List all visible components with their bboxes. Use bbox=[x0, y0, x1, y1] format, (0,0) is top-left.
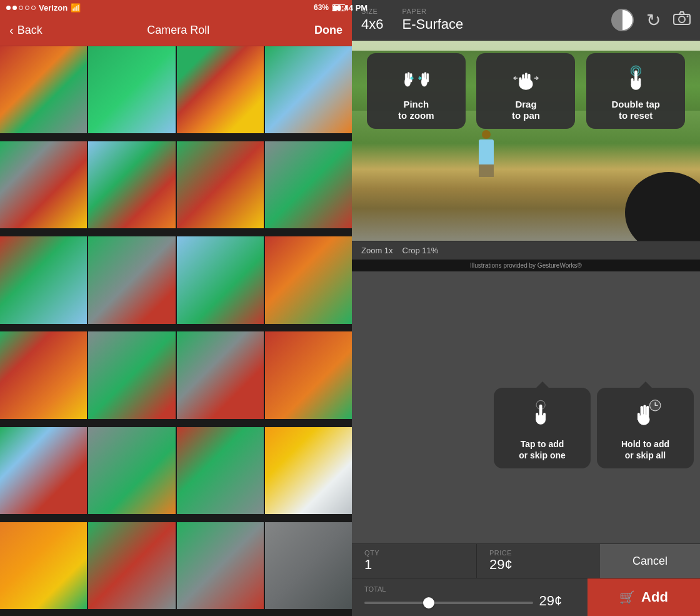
crop-text: Crop 11% bbox=[402, 246, 439, 255]
price-label: PRICE bbox=[489, 549, 588, 557]
zoom-text: Zoom 1x bbox=[361, 246, 393, 255]
person-legs bbox=[479, 164, 494, 177]
signal-dot-2 bbox=[12, 6, 17, 10]
total-label: TOTAL bbox=[364, 585, 575, 593]
paper-label: PAPER bbox=[402, 8, 463, 15]
gesture-doubletap-label: Double tap to reset bbox=[611, 99, 660, 121]
photo-cell[interactable] bbox=[88, 236, 175, 323]
gesture-bubble-doubletap: Double tap to reset bbox=[586, 53, 685, 129]
right-toolbar: SIZE 4x6 PAPER E-Surface ↻ bbox=[352, 0, 700, 41]
photo-cell[interactable] bbox=[177, 236, 264, 323]
zoom-crop-bar: Zoom 1x Crop 11% bbox=[352, 241, 700, 260]
svg-rect-14 bbox=[528, 74, 531, 85]
svg-rect-26 bbox=[543, 413, 546, 421]
photo-cell[interactable] bbox=[88, 331, 175, 418]
carrier-label: Verizon bbox=[39, 3, 68, 13]
photo-cell[interactable] bbox=[265, 331, 352, 418]
photo-cell[interactable] bbox=[265, 141, 352, 228]
wifi-icon: 📶 bbox=[71, 3, 81, 13]
battery-icon bbox=[332, 4, 346, 11]
paper-value: E-Surface bbox=[402, 16, 463, 33]
gesture-tooltips-container: Pinch to zoom bbox=[352, 41, 700, 141]
photo-cell[interactable] bbox=[0, 46, 87, 133]
total-add-row: TOTAL 29¢ 🛒 Add bbox=[352, 578, 700, 616]
action-hold-label: Hold to add or skip all bbox=[621, 438, 669, 461]
add-button[interactable]: 🛒 Add bbox=[588, 578, 700, 616]
drag-icon bbox=[507, 63, 544, 94]
signal-group: Verizon 📶 bbox=[6, 3, 81, 13]
camera-icon[interactable] bbox=[673, 11, 691, 29]
svg-rect-15 bbox=[519, 77, 521, 85]
back-label: Back bbox=[18, 24, 42, 37]
total-price-value: 29¢ bbox=[539, 593, 562, 609]
photo-cell[interactable] bbox=[265, 46, 352, 133]
price-section: PRICE 29¢ bbox=[477, 544, 600, 578]
add-button-label: Add bbox=[641, 589, 668, 605]
qty-label: QTY bbox=[364, 549, 464, 557]
left-panel: Verizon 📶 10:44 PM 63% ‹ Back Camera Rol… bbox=[0, 0, 352, 616]
svg-rect-32 bbox=[638, 413, 640, 421]
photo-cell[interactable] bbox=[177, 522, 264, 609]
right-panel: SIZE 4x6 PAPER E-Surface ↻ bbox=[352, 0, 700, 616]
doubletap-icon bbox=[617, 63, 654, 94]
svg-rect-4 bbox=[406, 73, 408, 82]
attribution-text: Illustrations provided by GestureWorks® bbox=[470, 262, 582, 269]
signal-dot-3 bbox=[19, 6, 23, 10]
photo-cell[interactable] bbox=[0, 236, 87, 323]
toolbar-icons: ↻ bbox=[611, 9, 691, 31]
svg-rect-8 bbox=[422, 73, 424, 82]
photo-cell[interactable] bbox=[265, 236, 352, 323]
svg-rect-9 bbox=[424, 73, 426, 83]
signal-dots bbox=[6, 6, 36, 10]
svg-rect-10 bbox=[427, 73, 429, 82]
back-button[interactable]: ‹ Back bbox=[9, 23, 42, 38]
svg-point-1 bbox=[679, 16, 685, 23]
status-bar: Verizon 📶 10:44 PM 63% bbox=[0, 0, 352, 15]
svg-rect-25 bbox=[536, 413, 538, 421]
total-section: TOTAL 29¢ bbox=[352, 578, 588, 616]
qty-price-row: QTY 1 PRICE 29¢ Cancel bbox=[352, 544, 700, 578]
total-slider[interactable] bbox=[364, 602, 533, 604]
photo-cell[interactable] bbox=[177, 331, 264, 418]
qty-value: 1 bbox=[364, 557, 464, 573]
photo-cell[interactable] bbox=[0, 427, 87, 514]
action-bubbles-container: Tap to add or skip one bbox=[352, 388, 700, 468]
photo-cell[interactable] bbox=[88, 141, 175, 228]
signal-dot-1 bbox=[6, 6, 11, 10]
cart-icon: 🛒 bbox=[619, 590, 635, 605]
battery-fill bbox=[333, 6, 340, 10]
action-tap-label: Tap to add or skip one bbox=[519, 438, 566, 461]
photo-cell[interactable] bbox=[88, 522, 175, 609]
photo-cell[interactable] bbox=[265, 427, 352, 514]
photo-cell[interactable] bbox=[0, 141, 87, 228]
done-button[interactable]: Done bbox=[314, 24, 342, 37]
svg-rect-13 bbox=[525, 73, 528, 85]
gesture-bubble-drag: Drag to pan bbox=[476, 53, 575, 129]
photo-cell[interactable] bbox=[88, 46, 175, 133]
photo-cell[interactable] bbox=[88, 427, 175, 514]
chevron-left-icon: ‹ bbox=[9, 23, 14, 38]
action-bubble-hold: Hold to add or skip all bbox=[597, 388, 694, 468]
svg-point-2 bbox=[687, 16, 689, 18]
nav-bar: ‹ Back Camera Roll Done bbox=[0, 15, 352, 46]
contrast-icon[interactable] bbox=[611, 9, 634, 31]
bottom-controls: QTY 1 PRICE 29¢ Cancel TOTAL 29¢ bbox=[352, 543, 700, 616]
photo-cell[interactable] bbox=[265, 522, 352, 609]
cancel-button[interactable]: Cancel bbox=[600, 544, 700, 578]
rotate-icon[interactable]: ↻ bbox=[646, 10, 661, 31]
battery-percent: 63% bbox=[314, 3, 329, 12]
gesture-pinch-label: Pinch to zoom bbox=[398, 99, 434, 121]
person-body bbox=[479, 139, 494, 164]
photo-cell[interactable] bbox=[0, 522, 87, 609]
hold-icon bbox=[627, 397, 664, 428]
photo-grid bbox=[0, 46, 352, 616]
price-value: 29¢ bbox=[489, 557, 588, 573]
signal-dot-5 bbox=[31, 6, 36, 10]
photo-cell[interactable] bbox=[177, 46, 264, 133]
svg-rect-20 bbox=[631, 78, 633, 86]
photo-cell[interactable] bbox=[177, 427, 264, 514]
photo-cell[interactable] bbox=[177, 141, 264, 228]
signal-dot-4 bbox=[25, 6, 29, 10]
photo-cell[interactable] bbox=[0, 331, 87, 418]
qty-section: QTY 1 bbox=[352, 544, 477, 578]
